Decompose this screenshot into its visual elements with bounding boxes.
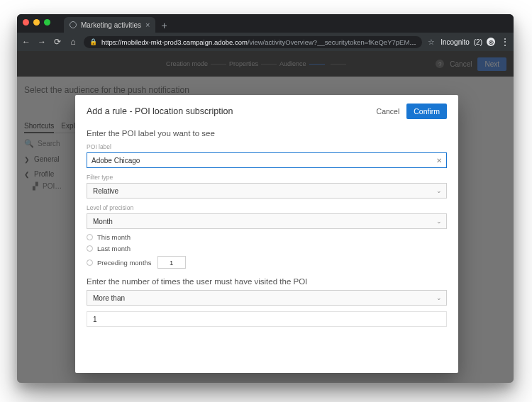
- modal-confirm-button[interactable]: Confirm: [406, 104, 447, 119]
- radio-icon: [87, 259, 93, 266]
- poi-label-caption: POI label: [87, 143, 447, 150]
- comparison-value: More than: [93, 294, 436, 302]
- bookmark-star-icon[interactable]: ☆: [428, 38, 435, 47]
- visit-count-input[interactable]: 1: [87, 311, 447, 327]
- radio-label: This month: [97, 233, 131, 241]
- browser-toolbar: ← → ⟳ ⌂ 🔒 https://mobiledx-mkt-prod3.cam…: [17, 33, 514, 51]
- close-window-dot[interactable]: [23, 19, 29, 26]
- back-button[interactable]: ←: [21, 37, 31, 47]
- favicon-icon: [70, 21, 77, 28]
- chevron-down-icon: ⌄: [436, 294, 442, 301]
- chevron-down-icon: ⌄: [436, 218, 442, 225]
- forward-button[interactable]: →: [37, 37, 47, 47]
- comparison-select[interactable]: More than ⌄: [87, 290, 447, 306]
- browser-window: Marketing activities × + ← → ⟳ ⌂ 🔒 https…: [17, 14, 514, 383]
- tab-title: Marketing activities: [81, 21, 141, 29]
- precision-caption: Level of precision: [87, 204, 447, 211]
- radio-last-month[interactable]: Last month: [87, 245, 447, 252]
- new-tab-button[interactable]: +: [155, 20, 172, 33]
- incognito-indicator: Incognito (2) ◎: [440, 38, 495, 46]
- browser-tab[interactable]: Marketing activities ×: [64, 17, 155, 33]
- browser-menu-icon[interactable]: ⋮: [501, 37, 509, 47]
- visit-count-value: 1: [93, 316, 97, 323]
- precision-radio-group: This month Last month Preceding months 1: [87, 233, 447, 269]
- maximize-window-dot[interactable]: [44, 19, 50, 26]
- browser-tabstrip: Marketing activities × +: [17, 14, 514, 33]
- precision-select[interactable]: Month ⌄: [87, 213, 447, 229]
- add-rule-modal: Add a rule - POI location subscription C…: [75, 95, 458, 373]
- incognito-icon: ◎: [487, 38, 495, 46]
- address-bar[interactable]: 🔒 https://mobiledx-mkt-prod3.campaign.ad…: [84, 36, 422, 48]
- close-tab-icon[interactable]: ×: [145, 21, 150, 29]
- chevron-down-icon: ⌄: [436, 187, 442, 194]
- modal-cancel-button[interactable]: Cancel: [377, 107, 400, 116]
- poi-label-value: Adobe Chicago: [92, 157, 436, 164]
- precision-value: Month: [93, 218, 436, 225]
- window-traffic-lights: [23, 19, 50, 26]
- poi-label-input[interactable]: Adobe Chicago ✕: [87, 152, 447, 168]
- page-body: Creation mode Properties Audience ? Canc…: [17, 51, 514, 383]
- preceding-months-input[interactable]: 1: [157, 256, 186, 269]
- modal-prompt-2: Enter the number of times the user must …: [87, 277, 447, 286]
- filter-type-caption: Filter type: [87, 174, 447, 181]
- incognito-label: Incognito: [440, 38, 470, 46]
- home-button[interactable]: ⌂: [68, 37, 78, 47]
- filter-type-value: Relative: [93, 187, 436, 195]
- minimize-window-dot[interactable]: [33, 19, 40, 26]
- radio-label: Preceding months: [97, 259, 152, 267]
- radio-preceding-months[interactable]: Preceding months 1: [87, 256, 447, 269]
- radio-icon: [87, 245, 93, 252]
- modal-title: Add a rule - POI location subscription: [87, 106, 233, 116]
- clear-input-icon[interactable]: ✕: [436, 157, 442, 164]
- radio-label: Last month: [97, 245, 131, 252]
- radio-icon: [87, 234, 93, 240]
- lock-icon: 🔒: [89, 38, 97, 45]
- filter-type-select[interactable]: Relative ⌄: [87, 183, 447, 199]
- radio-this-month[interactable]: This month: [87, 233, 447, 241]
- incognito-count: (2): [474, 38, 482, 46]
- url-text: https://mobiledx-mkt-prod3.campaign.adob…: [101, 38, 416, 46]
- reload-button[interactable]: ⟳: [52, 37, 62, 47]
- modal-prompt-1: Enter the POI label you want to see: [87, 129, 447, 138]
